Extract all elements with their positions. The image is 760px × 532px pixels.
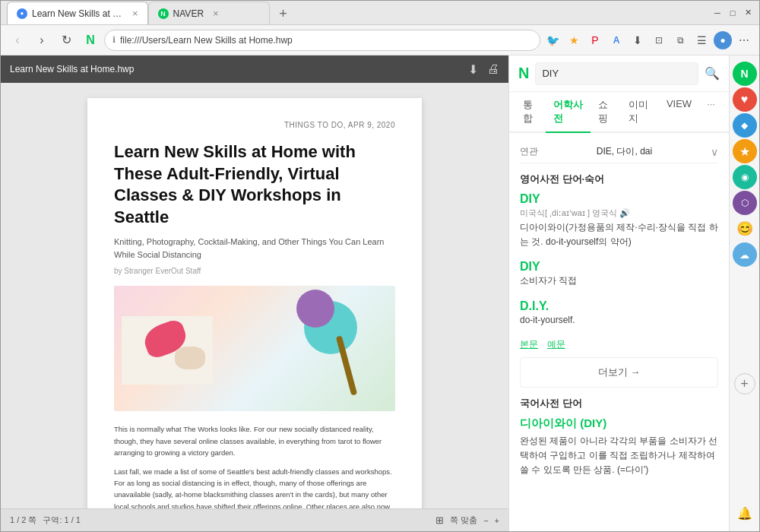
translate-icon[interactable]: A [607, 31, 625, 49]
star-strip-icon[interactable]: ★ [733, 139, 757, 163]
english-section-title: 영어사전 단어·숙어 [520, 173, 718, 186]
naver-tab-어학사전[interactable]: 어학사전 [546, 92, 591, 133]
dict-links: 본문 예문 [520, 338, 718, 351]
korean-section-title: 국어사전 단어 [520, 397, 718, 410]
naver-logo: N [518, 65, 529, 82]
related-label: 연관 [520, 145, 538, 158]
favorites-icon[interactable]: ★ [565, 31, 583, 49]
tab-label-naver: NAVER [173, 8, 204, 19]
naver-search-button[interactable]: 🔍 [705, 66, 720, 81]
maximize-button[interactable]: □ [727, 8, 738, 18]
naver-header: N DIY 🔍 [509, 55, 729, 92]
doc-toolbar: Learn New Skills at Home.hwp ⬇ 🖨 [1, 55, 508, 83]
naver-search-query: DIY [542, 68, 692, 79]
close-button[interactable]: ✕ [743, 8, 753, 18]
forward-button[interactable]: › [31, 30, 52, 51]
teal-strip-icon[interactable]: ◉ [733, 165, 757, 189]
doc-para1: This is normally what The Works looks li… [114, 423, 395, 458]
address-text: file:///Users/Learn New Skills at Home.h… [120, 35, 293, 46]
korean-def: 완성된 제품이 아니라 각각의 부품을 소비자가 선택하여 구입하고 이를 직접… [520, 434, 718, 478]
add-strip-button[interactable]: + [734, 373, 755, 394]
refresh-button[interactable]: ↻ [55, 30, 77, 51]
dict-link-예문[interactable]: 예문 [547, 338, 565, 351]
cloud-strip-icon[interactable]: ☁ [733, 242, 757, 267]
pinterest-icon[interactable]: P [586, 31, 604, 49]
dict-pron-1: 미국식[ ˌdiːaɪˈwaɪ ] 영국식 🔊 [520, 207, 718, 219]
sidebar-toggle-icon[interactable]: ☰ [692, 31, 711, 49]
doc-image-inner [114, 286, 395, 411]
tab-close-naver[interactable]: × [213, 8, 219, 19]
naver-tab-이미지[interactable]: 이미지 [621, 92, 659, 133]
korean-dict-entry: 디아이와이 (DIY) 완성된 제품이 아니라 각각의 부품을 소비자가 선택하… [520, 416, 718, 478]
naver-tab-VIEW[interactable]: VIEW [659, 92, 699, 133]
profile-icon[interactable]: ● [714, 31, 732, 49]
tab-naver[interactable]: N NAVER × [148, 2, 270, 24]
blue-strip-icon[interactable]: ◆ [733, 113, 757, 138]
doc-content: THINGS TO DO, APR 9, 2020 Learn New Skil… [1, 83, 508, 508]
section-info: 구역: 1 / 1 [43, 515, 81, 526]
naver-tab-통합[interactable]: 통합 [515, 92, 546, 133]
related-row: 연관 DIE, 다이, dai ∨ [520, 141, 718, 163]
fit-page-icon: ⊞ [435, 515, 444, 526]
zoom-out-button[interactable]: − [483, 516, 488, 525]
bell-strip-icon[interactable]: 🔔 [733, 501, 757, 525]
doc-para2: Last fall, we made a list of some of Sea… [114, 466, 395, 508]
more-label: 더보기 → [598, 366, 641, 379]
heart-strip-icon[interactable]: ♥ [733, 87, 757, 112]
doc-main-title: Learn New Skills at Home with These Adul… [114, 141, 395, 228]
browser-window: ● Learn New Skills at Home × N NAVER × +… [0, 0, 760, 532]
dict-entry-2: DIY 소비자가 직접 [520, 260, 718, 288]
address-bar[interactable]: ℹ file:///Users/Learn New Skills at Home… [104, 30, 540, 51]
bird-icon[interactable]: 🐦 [543, 31, 562, 49]
tab-favicon-learn: ● [17, 8, 27, 19]
doc-print-icon[interactable]: 🖨 [487, 62, 499, 76]
doc-author: by Stranger EverOut Staff [114, 267, 395, 275]
doc-date: THINGS TO DO, APR 9, 2020 [114, 121, 395, 129]
doc-page: THINGS TO DO, APR 9, 2020 Learn New Skil… [87, 98, 422, 508]
doc-panel: Learn New Skills at Home.hwp ⬇ 🖨 THINGS … [1, 55, 508, 531]
zoom-in-button[interactable]: + [495, 516, 499, 525]
purple-strip-icon[interactable]: ⬡ [733, 191, 757, 215]
more-button[interactable]: 더보기 → [520, 357, 718, 388]
doc-toolbar-title: Learn New Skills at Home.hwp [10, 64, 462, 74]
naver-tab-쇼핑[interactable]: 쇼핑 [591, 92, 621, 133]
split-view-icon[interactable]: ⧉ [671, 31, 689, 49]
tab-learn[interactable]: ● Learn New Skills at Home × [7, 2, 148, 24]
related-expand-icon[interactable]: ∨ [711, 146, 718, 158]
address-lock-icon: ℹ [112, 35, 116, 45]
dict-link-본문[interactable]: 본문 [520, 338, 538, 351]
naver-search-input[interactable]: DIY [535, 62, 698, 85]
tab-label-learn: Learn New Skills at Home [32, 8, 123, 19]
face-strip-icon[interactable]: 😊 [733, 217, 757, 241]
minimize-button[interactable]: ─ [712, 8, 723, 18]
fit-label: 쪽 맞춤 [450, 515, 477, 526]
tab-favicon-naver: N [158, 8, 169, 19]
dict-word-1[interactable]: DIY [520, 192, 718, 206]
main-area: Learn New Skills at Home.hwp ⬇ 🖨 THINGS … [1, 55, 759, 531]
dict-def-1: 디아이와이(가정용품의 제작·수리·장식을 직접 하는 것. do-it-you… [520, 220, 718, 249]
icon-strip: N ♥ ◆ ★ ◉ ⬡ 😊 ☁ + 🔔 [729, 55, 759, 531]
naver-tab-more[interactable]: ··· [699, 92, 723, 133]
back-button[interactable]: ‹ [7, 30, 28, 51]
naver-tabs: 통합 어학사전 쇼핑 이미지 VIEW ··· [509, 92, 729, 133]
dict-word-3[interactable]: D.I.Y. [520, 299, 718, 313]
download-icon[interactable]: ⬇ [629, 31, 647, 49]
dict-entry-3: D.I.Y. do-it-yourself. [520, 299, 718, 328]
naver-home-button[interactable]: N [80, 30, 101, 51]
naver-panel: N DIY 🔍 통합 어학사전 쇼핑 이미지 VIEW ··· 연관 DIE, … [508, 55, 729, 531]
naver-strip-icon[interactable]: N [733, 62, 757, 86]
page-info: 1 / 2 쪽 [10, 515, 36, 526]
dict-def-3: do-it-yourself. [520, 313, 718, 328]
doc-footer: 1 / 2 쪽 구역: 1 / 1 ⊞ 쪽 맞춤 − + [1, 508, 508, 531]
doc-download-icon[interactable]: ⬇ [468, 62, 478, 77]
tab-close-learn[interactable]: × [132, 8, 138, 19]
title-bar-controls: ─ □ ✕ [712, 8, 753, 18]
more-icon[interactable]: ⋯ [735, 31, 753, 49]
doc-image [114, 286, 395, 411]
title-bar: ● Learn New Skills at Home × N NAVER × +… [1, 1, 759, 25]
tab-add-button[interactable]: + [273, 3, 294, 24]
screenshot-icon[interactable]: ⊡ [650, 31, 668, 49]
korean-word[interactable]: 디아이와이 (DIY) [520, 416, 718, 431]
dict-word-2[interactable]: DIY [520, 260, 718, 274]
dict-entry-1: DIY 미국식[ ˌdiːaɪˈwaɪ ] 영국식 🔊 디아이와이(가정용품의 … [520, 192, 718, 249]
